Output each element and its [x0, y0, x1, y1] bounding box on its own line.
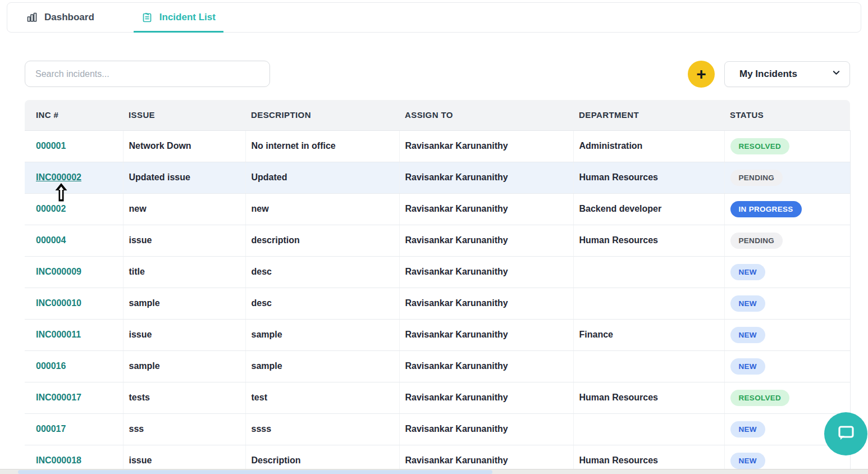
column-header: ASSIGN TO — [399, 100, 573, 130]
status-badge: PENDING — [730, 170, 783, 186]
assign-to-cell: Ravisankar Karunanithy — [399, 193, 573, 225]
incident-row: 000016samplesampleRavisankar Karunanithy… — [25, 350, 850, 382]
incident-number-link[interactable]: 000002 — [36, 204, 66, 213]
status-badge: NEW — [730, 295, 765, 312]
incident-list-icon — [141, 12, 153, 23]
assign-to-cell: Ravisankar Karunanithy — [399, 413, 573, 445]
description-cell: No internet in office — [245, 130, 399, 162]
incident-row: 000001Network DownNo internet in officeR… — [25, 130, 850, 162]
add-incident-button[interactable]: + — [688, 61, 715, 88]
issue-cell: title — [123, 256, 245, 288]
column-header: DESCRIPTION — [245, 100, 399, 130]
chevron-down-icon — [832, 69, 840, 80]
status-badge: NEW — [730, 264, 765, 280]
department-cell: Administration — [573, 130, 724, 162]
department-cell — [573, 413, 724, 445]
assign-to-cell: Ravisankar Karunanithy — [399, 130, 573, 162]
description-cell: desc — [245, 288, 399, 319]
incident-row: INC000017teststestRavisankar Karunanithy… — [25, 382, 850, 413]
description-cell: description — [245, 225, 399, 256]
tab-bar: Dashboard Incident List — [7, 2, 861, 33]
incident-number-link[interactable]: INC000002 — [36, 172, 81, 182]
description-cell: test — [245, 382, 399, 413]
issue-cell: sample — [123, 288, 245, 319]
description-cell: sample — [245, 319, 399, 350]
department-cell: Finance — [573, 319, 724, 350]
status-badge: RESOLVED — [730, 138, 790, 154]
column-header: DEPARTMENT — [573, 100, 724, 130]
assign-to-cell: Ravisankar Karunanithy — [399, 288, 573, 319]
incident-table: INC #ISSUEDESCRIPTIONASSIGN TODEPARTMENT… — [25, 100, 850, 474]
description-cell: sample — [245, 350, 399, 382]
status-badge: NEW — [730, 327, 765, 343]
department-cell: Human Resources — [573, 225, 724, 256]
column-header: INC # — [25, 100, 123, 130]
tab-dashboard-label: Dashboard — [44, 12, 94, 23]
incident-row: INC000009titledescRavisankar Karunanithy… — [25, 256, 850, 288]
issue-cell: issue — [123, 225, 245, 256]
issue-cell: tests — [123, 382, 245, 413]
incident-row: 000017sssssssRavisankar KarunanithyNEW — [25, 413, 850, 445]
assign-to-cell: Ravisankar Karunanithy — [399, 319, 573, 350]
incident-row: INC000010sampledescRavisankar Karunanith… — [25, 288, 850, 319]
incident-number-link[interactable]: 000016 — [36, 361, 66, 371]
status-badge: NEW — [730, 421, 765, 437]
issue-cell: Network Down — [123, 130, 245, 162]
incident-number-link[interactable]: 000004 — [36, 235, 66, 245]
incident-number-link[interactable]: INC000011 — [36, 330, 81, 339]
tab-incident-list-label: Incident List — [159, 12, 216, 23]
issue-cell: issue — [123, 319, 245, 350]
status-badge: NEW — [730, 358, 765, 375]
department-cell — [573, 350, 724, 382]
issue-cell: sample — [123, 350, 245, 382]
incident-row: INC000002Updated issueUpdatedRavisankar … — [25, 162, 850, 193]
tab-incident-list[interactable]: Incident List — [138, 3, 219, 32]
description-cell: Updated — [245, 162, 399, 193]
assign-to-cell: Ravisankar Karunanithy — [399, 256, 573, 288]
incident-row: 000004issuedescriptionRavisankar Karunan… — [25, 225, 850, 256]
department-cell: Backend developer — [573, 193, 724, 225]
description-cell: new — [245, 193, 399, 225]
tab-dashboard[interactable]: Dashboard — [23, 3, 98, 32]
department-cell: Human Resources — [573, 382, 724, 413]
description-cell: desc — [245, 256, 399, 288]
plus-icon: + — [696, 65, 706, 83]
chat-bubble-icon — [837, 424, 856, 444]
toolbar: + My Incidents — [25, 61, 850, 88]
scrollbar-thumb[interactable] — [18, 470, 492, 474]
status-badge: PENDING — [730, 233, 783, 249]
assign-to-cell: Ravisankar Karunanithy — [399, 350, 573, 382]
search-input[interactable] — [25, 61, 270, 87]
department-cell — [573, 256, 724, 288]
assign-to-cell: Ravisankar Karunanithy — [399, 225, 573, 256]
incident-filter-value: My Incidents — [739, 69, 797, 80]
assign-to-cell: Ravisankar Karunanithy — [399, 162, 573, 193]
status-badge: RESOLVED — [730, 390, 790, 406]
horizontal-scrollbar[interactable] — [0, 469, 868, 474]
incident-number-link[interactable]: INC000018 — [36, 455, 81, 465]
table-header-row: INC #ISSUEDESCRIPTIONASSIGN TODEPARTMENT… — [25, 100, 850, 130]
department-cell: Human Resources — [573, 162, 724, 193]
status-badge: IN PROGRESS — [730, 201, 802, 217]
issue-cell: sss — [123, 413, 245, 445]
incident-number-link[interactable]: 000017 — [36, 424, 66, 434]
incident-row: INC000011issuesampleRavisankar Karunanit… — [25, 319, 850, 350]
issue-cell: Updated issue — [123, 162, 245, 193]
incident-row: 000002newnewRavisankar KarunanithyBacken… — [25, 193, 850, 225]
incident-number-link[interactable]: 000001 — [36, 141, 66, 151]
incident-number-link[interactable]: INC000009 — [36, 267, 81, 276]
incident-app-page: Dashboard Incident List + My Incidents — [0, 0, 868, 474]
chat-button[interactable] — [824, 412, 867, 455]
status-badge: NEW — [730, 453, 765, 469]
column-header: ISSUE — [123, 100, 245, 130]
incident-number-link[interactable]: INC000010 — [36, 298, 81, 308]
incident-number-link[interactable]: INC000017 — [36, 393, 81, 402]
bar-chart-icon — [26, 12, 38, 23]
description-cell: ssss — [245, 413, 399, 445]
department-cell — [573, 288, 724, 319]
assign-to-cell: Ravisankar Karunanithy — [399, 382, 573, 413]
issue-cell: new — [123, 193, 245, 225]
column-header: STATUS — [724, 100, 850, 130]
incident-filter-select[interactable]: My Incidents — [724, 61, 850, 87]
